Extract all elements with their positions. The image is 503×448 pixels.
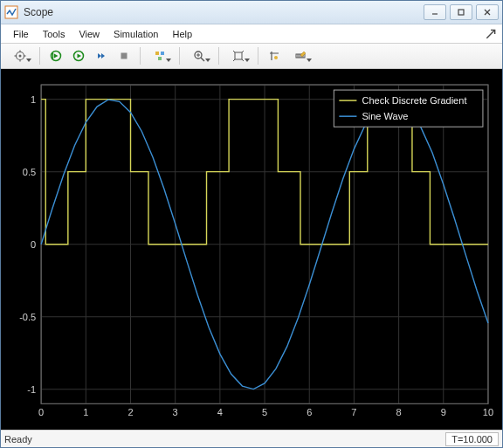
window-title: Scope bbox=[24, 6, 424, 18]
svg-text:0.5: 0.5 bbox=[23, 167, 36, 177]
statusbar: Ready T=10.000 bbox=[1, 430, 502, 447]
chart: 012345678910-1-0.500.51Check Discrete Gr… bbox=[6, 74, 497, 424]
window-controls bbox=[424, 4, 499, 20]
run-button[interactable] bbox=[68, 46, 89, 65]
menu-tools[interactable]: Tools bbox=[36, 27, 72, 41]
svg-rect-15 bbox=[155, 52, 159, 55]
menu-simulation[interactable]: Simulation bbox=[107, 27, 165, 41]
plot-canvas[interactable]: 012345678910-1-0.500.51Check Discrete Gr… bbox=[6, 74, 497, 424]
restart-button[interactable] bbox=[45, 46, 66, 65]
svg-text:1: 1 bbox=[83, 407, 88, 417]
step-forward-button[interactable] bbox=[91, 46, 112, 65]
svg-text:5: 5 bbox=[262, 407, 267, 417]
undock-icon[interactable] bbox=[485, 28, 497, 40]
svg-text:-0.5: -0.5 bbox=[19, 312, 36, 322]
close-button[interactable] bbox=[476, 4, 499, 20]
svg-rect-2 bbox=[458, 10, 464, 15]
svg-text:1: 1 bbox=[31, 94, 36, 105]
plot-area: 012345678910-1-0.500.51Check Discrete Gr… bbox=[1, 69, 502, 430]
svg-rect-22 bbox=[235, 52, 242, 59]
svg-point-23 bbox=[274, 56, 278, 59]
settings-button[interactable] bbox=[6, 46, 34, 65]
svg-text:2: 2 bbox=[127, 407, 133, 417]
autoscale-button[interactable] bbox=[224, 46, 252, 65]
svg-rect-14 bbox=[121, 52, 127, 59]
app-icon bbox=[4, 5, 18, 19]
status-time: T=10.000 bbox=[445, 432, 499, 446]
svg-text:7: 7 bbox=[351, 407, 356, 417]
svg-text:4: 4 bbox=[217, 407, 223, 417]
cursor-measure-button[interactable] bbox=[264, 46, 285, 65]
svg-text:8: 8 bbox=[396, 407, 402, 417]
stop-button[interactable] bbox=[114, 46, 134, 65]
scope-window: Scope File Tools View Simulation Help bbox=[0, 0, 503, 448]
menu-view[interactable]: View bbox=[72, 27, 107, 41]
svg-text:-1: -1 bbox=[27, 384, 36, 395]
measurements-button[interactable] bbox=[286, 46, 314, 65]
svg-text:0: 0 bbox=[31, 239, 36, 250]
status-ready: Ready bbox=[4, 434, 445, 445]
svg-text:9: 9 bbox=[441, 407, 446, 417]
triggers-button[interactable] bbox=[146, 46, 174, 65]
titlebar: Scope bbox=[1, 1, 502, 24]
svg-text:Check Discrete Gradient: Check Discrete Gradient bbox=[362, 95, 466, 106]
svg-rect-17 bbox=[158, 57, 162, 60]
maximize-button[interactable] bbox=[450, 4, 472, 20]
svg-text:0: 0 bbox=[38, 407, 44, 417]
toolbar bbox=[1, 44, 502, 69]
svg-rect-16 bbox=[161, 52, 164, 55]
svg-text:6: 6 bbox=[307, 407, 312, 417]
svg-text:10: 10 bbox=[483, 407, 493, 417]
minimize-button[interactable] bbox=[424, 4, 446, 20]
menu-file[interactable]: File bbox=[6, 27, 36, 41]
svg-text:Sine Wave: Sine Wave bbox=[362, 111, 408, 121]
svg-point-6 bbox=[19, 54, 22, 57]
menubar: File Tools View Simulation Help bbox=[1, 24, 502, 43]
svg-text:3: 3 bbox=[173, 407, 178, 417]
svg-line-19 bbox=[201, 58, 204, 61]
menu-help[interactable]: Help bbox=[165, 27, 199, 41]
zoom-button[interactable] bbox=[185, 46, 213, 65]
